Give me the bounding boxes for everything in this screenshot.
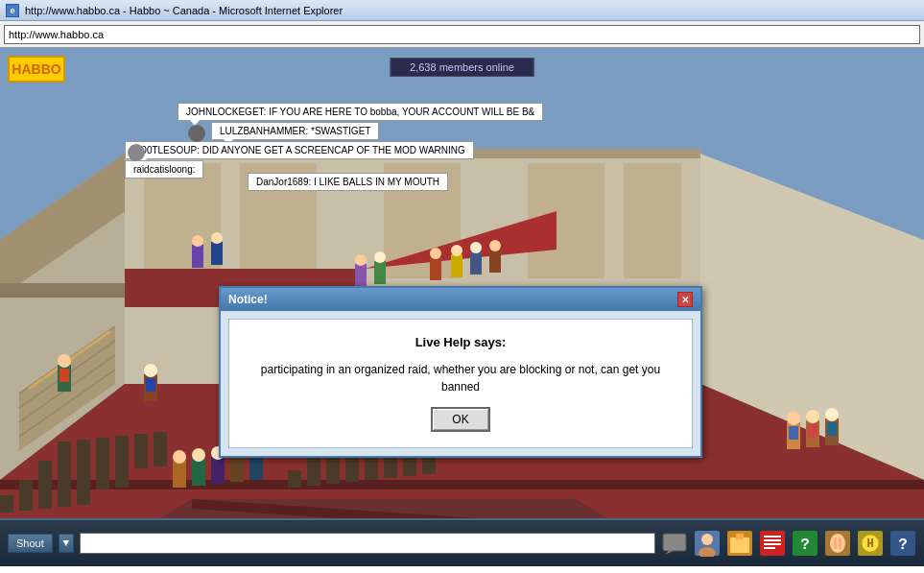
browser-toolbar: http://www.habbo.ca: [0, 21, 924, 48]
modal-overlay: Notice! ✕ Live Help says: participating …: [0, 48, 924, 566]
browser-title-text: http://www.habbo.ca - Habbo ~ Canada - M…: [25, 5, 343, 16]
modal-ok-button[interactable]: OK: [431, 407, 489, 432]
browser-title-bar: e http://www.habbo.ca - Habbo ~ Canada -…: [0, 0, 924, 21]
address-text: http://www.habbo.ca: [9, 29, 104, 40]
modal-titlebar: Notice! ✕: [221, 288, 700, 311]
modal-live-help-label: Live Help says:: [415, 335, 507, 349]
modal-title: Notice!: [228, 293, 268, 306]
modal-message: participating in an organized raid, whet…: [245, 361, 676, 395]
browser-icon: e: [6, 4, 19, 17]
modal-close-button[interactable]: ✕: [677, 292, 693, 307]
notice-dialog: Notice! ✕ Live Help says: participating …: [219, 286, 702, 458]
modal-body: Live Help says: participating in an orga…: [228, 319, 693, 448]
game-area: HABBO 2,638 members online CLOSE HOTEL: [0, 48, 924, 566]
address-bar[interactable]: http://www.habbo.ca: [4, 25, 920, 44]
